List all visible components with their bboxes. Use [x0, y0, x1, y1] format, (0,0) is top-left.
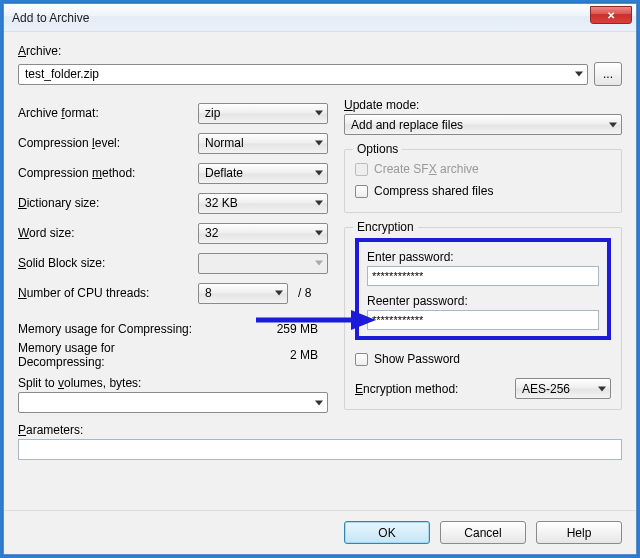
dropdown-word-size[interactable]: 32	[198, 223, 328, 244]
chevron-down-icon	[315, 231, 323, 236]
row-dictionary-size: Dictionary size: 32 KB	[18, 188, 328, 218]
label-parameters: Parameters:	[18, 423, 83, 437]
label-sfx: Create SFX archive	[374, 162, 479, 176]
cancel-button[interactable]: Cancel	[440, 521, 526, 544]
label-compression-level: Compression level:	[18, 136, 198, 150]
label-cpu-threads: Number of CPU threads:	[18, 286, 198, 300]
checkbox-row-shared: Compress shared files	[355, 180, 611, 202]
dropdown-encryption-method[interactable]: AES-256	[515, 378, 611, 399]
dropdown-update-mode[interactable]: Add and replace files	[344, 114, 622, 135]
close-icon: ✕	[607, 10, 615, 21]
chevron-down-icon	[609, 122, 617, 127]
value-mem-compress: 259 MB	[198, 322, 328, 336]
chevron-down-icon	[598, 386, 606, 391]
row-compression-level: Compression level: Normal	[18, 128, 328, 158]
chevron-down-icon	[575, 72, 583, 77]
dropdown-compression-level[interactable]: Normal	[198, 133, 328, 154]
chevron-down-icon	[315, 400, 323, 405]
checkbox-sfx	[355, 163, 368, 176]
titlebar: Add to Archive ✕	[4, 4, 636, 32]
window-title: Add to Archive	[12, 11, 89, 25]
row-compression-method: Compression method: Deflate	[18, 158, 328, 188]
label-reenter-password: Reenter password:	[367, 294, 599, 308]
legend-encryption: Encryption	[353, 220, 418, 234]
label-enter-password: Enter password:	[367, 250, 599, 264]
input-enter-password[interactable]	[367, 266, 599, 286]
checkbox-shared[interactable]	[355, 185, 368, 198]
row-mem-decompress: Memory usage for Decompressing: 2 MB	[18, 342, 328, 368]
row-parameters: Parameters:	[18, 423, 622, 460]
label-split-volumes: Split to volumes, bytes:	[18, 376, 141, 390]
row-word-size: Word size: 32	[18, 218, 328, 248]
row-mem-compress: Memory usage for Compressing: 259 MB	[18, 316, 328, 342]
label-mem-compress: Memory usage for Compressing:	[18, 322, 192, 336]
row-archive-format: Archive format: zip	[18, 98, 328, 128]
label-shared: Compress shared files	[374, 184, 493, 198]
chevron-down-icon	[315, 141, 323, 146]
dropdown-archive-format[interactable]: zip	[198, 103, 328, 124]
label-word-size: Word size:	[18, 226, 198, 240]
archive-path-value: test_folder.zip	[25, 67, 99, 81]
cpu-threads-max: / 8	[298, 286, 311, 300]
input-reenter-password[interactable]	[367, 310, 599, 330]
label-dictionary-size: Dictionary size:	[18, 196, 198, 210]
label-compression-method: Compression method:	[18, 166, 198, 180]
encryption-highlight: Enter password: Reenter password:	[355, 238, 611, 340]
row-encryption-method: Encryption method: AES-256	[355, 378, 611, 399]
label-archive-format: Archive format:	[18, 106, 198, 120]
row-update-mode: Update mode: Add and replace files	[344, 98, 622, 135]
left-column: Archive format: zip Compression level: N…	[18, 98, 328, 413]
label-solid-block-size: Solid Block size:	[18, 256, 198, 270]
ok-button[interactable]: OK	[344, 521, 430, 544]
browse-button[interactable]: ...	[594, 62, 622, 86]
dropdown-dictionary-size[interactable]: 32 KB	[198, 193, 328, 214]
dropdown-compression-method[interactable]: Deflate	[198, 163, 328, 184]
dropdown-solid-block-size	[198, 253, 328, 274]
chevron-down-icon	[275, 291, 283, 296]
archive-label-row: Archive:	[18, 44, 622, 58]
label-encryption-method: Encryption method:	[355, 382, 515, 396]
label-mem-decompress: Memory usage for Decompressing:	[18, 341, 201, 369]
checkbox-row-show-password: Show Password	[355, 348, 611, 370]
groupbox-encryption: Encryption Enter password: Reenter passw…	[344, 227, 622, 410]
close-button[interactable]: ✕	[590, 6, 632, 24]
input-parameters[interactable]	[18, 439, 622, 460]
label-update-mode: Update mode:	[344, 98, 622, 112]
label-show-password: Show Password	[374, 352, 460, 366]
help-button[interactable]: Help	[536, 521, 622, 544]
checkbox-show-password[interactable]	[355, 353, 368, 366]
row-solid-block-size: Solid Block size:	[18, 248, 328, 278]
dialog-buttons: OK Cancel Help	[4, 510, 636, 554]
chevron-down-icon	[315, 201, 323, 206]
chevron-down-icon	[315, 171, 323, 176]
legend-options: Options	[353, 142, 402, 156]
right-column: Update mode: Add and replace files Optio…	[344, 98, 622, 413]
groupbox-options: Options Create SFX archive Compress shar…	[344, 149, 622, 213]
row-cpu-threads: Number of CPU threads: 8 / 8	[18, 278, 328, 308]
value-mem-decompress: 2 MB	[201, 348, 328, 362]
browse-label: ...	[603, 67, 613, 81]
row-split-volumes: Split to volumes, bytes:	[18, 376, 328, 413]
dialog-window: Add to Archive ✕ Archive: test_folder.zi…	[3, 3, 637, 555]
archive-label: Archive:	[18, 44, 61, 58]
chevron-down-icon	[315, 261, 323, 266]
chevron-down-icon	[315, 111, 323, 116]
dropdown-cpu-threads[interactable]: 8	[198, 283, 288, 304]
archive-path-combo[interactable]: test_folder.zip	[18, 64, 588, 85]
checkbox-row-sfx: Create SFX archive	[355, 158, 611, 180]
dropdown-split-volumes[interactable]	[18, 392, 328, 413]
dialog-content: Archive: test_folder.zip ... Archive for…	[4, 32, 636, 510]
